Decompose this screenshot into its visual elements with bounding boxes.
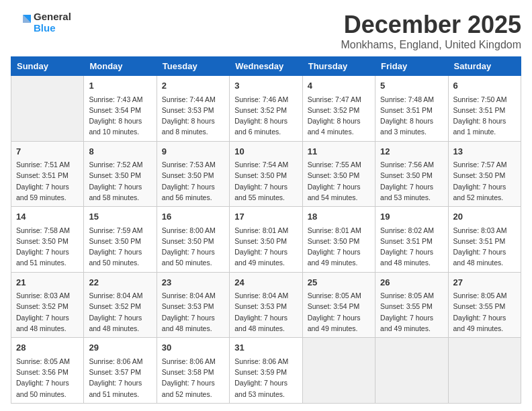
day-number: 5 <box>380 79 443 93</box>
calendar-cell <box>302 338 375 404</box>
cell-info: Sunrise: 8:03 AM Sunset: 3:51 PM Dayligh… <box>453 225 516 269</box>
header-day-friday: Friday <box>375 57 448 76</box>
calendar-cell: 23Sunrise: 8:04 AM Sunset: 3:53 PM Dayli… <box>157 272 229 338</box>
calendar-cell: 28Sunrise: 8:05 AM Sunset: 3:56 PM Dayli… <box>11 338 84 404</box>
calendar-cell: 9Sunrise: 7:53 AM Sunset: 3:50 PM Daylig… <box>157 141 229 207</box>
calendar-cell: 4Sunrise: 7:47 AM Sunset: 3:52 PM Daylig… <box>302 76 375 142</box>
header-day-thursday: Thursday <box>302 57 375 76</box>
logo-blue: Blue <box>34 22 71 34</box>
cell-info: Sunrise: 7:48 AM Sunset: 3:51 PM Dayligh… <box>380 94 443 138</box>
calendar-cell: 12Sunrise: 7:56 AM Sunset: 3:50 PM Dayli… <box>375 141 448 207</box>
cell-info: Sunrise: 7:56 AM Sunset: 3:50 PM Dayligh… <box>380 159 443 203</box>
calendar-cell: 17Sunrise: 8:01 AM Sunset: 3:50 PM Dayli… <box>230 207 302 273</box>
page-header: General Blue December 2025 Monkhams, Eng… <box>11 11 521 51</box>
day-number: 15 <box>89 210 151 224</box>
header-day-monday: Monday <box>84 57 157 76</box>
cell-info: Sunrise: 8:00 AM Sunset: 3:50 PM Dayligh… <box>162 225 224 269</box>
calendar-cell: 27Sunrise: 8:05 AM Sunset: 3:55 PM Dayli… <box>448 272 521 338</box>
calendar-title: December 2025 <box>341 11 521 39</box>
cell-info: Sunrise: 7:59 AM Sunset: 3:50 PM Dayligh… <box>89 225 151 269</box>
calendar-week-4: 28Sunrise: 8:05 AM Sunset: 3:56 PM Dayli… <box>11 338 521 404</box>
calendar-cell: 15Sunrise: 7:59 AM Sunset: 3:50 PM Dayli… <box>84 207 157 273</box>
calendar-cell: 20Sunrise: 8:03 AM Sunset: 3:51 PM Dayli… <box>448 207 521 273</box>
calendar-cell: 5Sunrise: 7:48 AM Sunset: 3:51 PM Daylig… <box>375 76 448 142</box>
cell-info: Sunrise: 8:05 AM Sunset: 3:56 PM Dayligh… <box>16 356 79 400</box>
day-number: 14 <box>16 210 79 224</box>
calendar-cell: 24Sunrise: 8:04 AM Sunset: 3:53 PM Dayli… <box>230 272 302 338</box>
day-number: 2 <box>162 79 224 93</box>
day-number: 9 <box>162 145 224 158</box>
cell-info: Sunrise: 8:04 AM Sunset: 3:53 PM Dayligh… <box>234 290 297 334</box>
day-number: 24 <box>234 276 297 289</box>
day-number: 3 <box>234 79 297 93</box>
day-number: 16 <box>162 210 224 224</box>
day-number: 10 <box>234 145 297 158</box>
calendar-cell: 6Sunrise: 7:50 AM Sunset: 3:51 PM Daylig… <box>448 76 521 142</box>
calendar-cell <box>11 76 84 142</box>
cell-info: Sunrise: 7:43 AM Sunset: 3:54 PM Dayligh… <box>89 94 151 138</box>
header-row: SundayMondayTuesdayWednesdayThursdayFrid… <box>11 57 521 76</box>
day-number: 8 <box>89 145 151 158</box>
day-number: 28 <box>16 341 79 355</box>
logo-svg <box>11 12 31 32</box>
calendar-cell: 16Sunrise: 8:00 AM Sunset: 3:50 PM Dayli… <box>157 207 229 273</box>
header-day-saturday: Saturday <box>448 57 521 76</box>
header-day-wednesday: Wednesday <box>230 57 302 76</box>
day-number: 12 <box>380 145 443 158</box>
calendar-header: SundayMondayTuesdayWednesdayThursdayFrid… <box>11 57 521 76</box>
calendar-cell: 13Sunrise: 7:57 AM Sunset: 3:50 PM Dayli… <box>448 141 521 207</box>
header-day-tuesday: Tuesday <box>157 57 229 76</box>
day-number: 26 <box>380 276 443 289</box>
cell-info: Sunrise: 8:02 AM Sunset: 3:51 PM Dayligh… <box>380 225 443 269</box>
calendar-cell: 18Sunrise: 8:01 AM Sunset: 3:50 PM Dayli… <box>302 207 375 273</box>
day-number: 29 <box>89 341 151 355</box>
calendar-subtitle: Monkhams, England, United Kingdom <box>341 39 521 51</box>
cell-info: Sunrise: 7:50 AM Sunset: 3:51 PM Dayligh… <box>453 94 516 138</box>
cell-info: Sunrise: 8:04 AM Sunset: 3:52 PM Dayligh… <box>89 290 151 334</box>
calendar-cell: 10Sunrise: 7:54 AM Sunset: 3:50 PM Dayli… <box>230 141 302 207</box>
day-number: 7 <box>16 145 79 158</box>
calendar-cell: 31Sunrise: 8:06 AM Sunset: 3:59 PM Dayli… <box>230 338 302 404</box>
cell-info: Sunrise: 7:57 AM Sunset: 3:50 PM Dayligh… <box>453 159 516 203</box>
cell-info: Sunrise: 8:01 AM Sunset: 3:50 PM Dayligh… <box>234 225 297 269</box>
cell-info: Sunrise: 8:05 AM Sunset: 3:55 PM Dayligh… <box>380 290 443 334</box>
cell-info: Sunrise: 8:06 AM Sunset: 3:59 PM Dayligh… <box>234 356 297 400</box>
title-block: December 2025 Monkhams, England, United … <box>341 11 521 51</box>
cell-info: Sunrise: 7:54 AM Sunset: 3:50 PM Dayligh… <box>234 159 297 203</box>
calendar-week-3: 21Sunrise: 8:03 AM Sunset: 3:52 PM Dayli… <box>11 272 521 338</box>
calendar-cell: 14Sunrise: 7:58 AM Sunset: 3:50 PM Dayli… <box>11 207 84 273</box>
day-number: 11 <box>308 145 370 158</box>
cell-info: Sunrise: 8:06 AM Sunset: 3:57 PM Dayligh… <box>89 356 151 400</box>
cell-info: Sunrise: 7:47 AM Sunset: 3:52 PM Dayligh… <box>308 94 370 138</box>
day-number: 1 <box>89 79 151 93</box>
day-number: 25 <box>308 276 370 289</box>
day-number: 20 <box>453 210 516 224</box>
calendar-cell: 1Sunrise: 7:43 AM Sunset: 3:54 PM Daylig… <box>84 76 157 142</box>
calendar-body: 1Sunrise: 7:43 AM Sunset: 3:54 PM Daylig… <box>11 76 521 404</box>
calendar-cell: 25Sunrise: 8:05 AM Sunset: 3:54 PM Dayli… <box>302 272 375 338</box>
header-day-sunday: Sunday <box>11 57 84 76</box>
calendar-cell: 11Sunrise: 7:55 AM Sunset: 3:50 PM Dayli… <box>302 141 375 207</box>
calendar-cell: 7Sunrise: 7:51 AM Sunset: 3:51 PM Daylig… <box>11 141 84 207</box>
day-number: 17 <box>234 210 297 224</box>
calendar-cell: 22Sunrise: 8:04 AM Sunset: 3:52 PM Dayli… <box>84 272 157 338</box>
calendar-cell: 26Sunrise: 8:05 AM Sunset: 3:55 PM Dayli… <box>375 272 448 338</box>
logo-general: General <box>34 11 71 22</box>
day-number: 18 <box>308 210 370 224</box>
day-number: 23 <box>162 276 224 289</box>
calendar-cell: 8Sunrise: 7:52 AM Sunset: 3:50 PM Daylig… <box>84 141 157 207</box>
cell-info: Sunrise: 8:06 AM Sunset: 3:58 PM Dayligh… <box>162 356 224 400</box>
cell-info: Sunrise: 7:53 AM Sunset: 3:50 PM Dayligh… <box>162 159 224 203</box>
calendar-cell: 2Sunrise: 7:44 AM Sunset: 3:53 PM Daylig… <box>157 76 229 142</box>
calendar-week-1: 7Sunrise: 7:51 AM Sunset: 3:51 PM Daylig… <box>11 141 521 207</box>
calendar-week-0: 1Sunrise: 7:43 AM Sunset: 3:54 PM Daylig… <box>11 76 521 142</box>
calendar-cell <box>375 338 448 404</box>
calendar-cell <box>448 338 521 404</box>
day-number: 21 <box>16 276 79 289</box>
calendar-cell: 21Sunrise: 8:03 AM Sunset: 3:52 PM Dayli… <box>11 272 84 338</box>
day-number: 4 <box>308 79 370 93</box>
cell-info: Sunrise: 8:05 AM Sunset: 3:55 PM Dayligh… <box>453 290 516 334</box>
logo: General Blue <box>11 11 71 34</box>
day-number: 13 <box>453 145 516 158</box>
calendar-cell: 3Sunrise: 7:46 AM Sunset: 3:52 PM Daylig… <box>230 76 302 142</box>
